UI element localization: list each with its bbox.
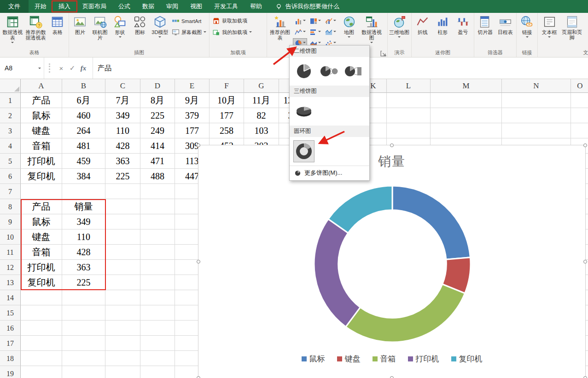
- cell-D14[interactable]: [140, 290, 175, 305]
- cell-D9[interactable]: [140, 214, 175, 229]
- cell-N2[interactable]: [502, 108, 571, 123]
- column-header-A[interactable]: A: [21, 79, 62, 93]
- cell-C7[interactable]: [105, 184, 140, 199]
- menu-option-pie2d[interactable]: [293, 60, 314, 82]
- tab-file[interactable]: 文件: [0, 0, 29, 13]
- ribbon-button-折线[interactable]: 折线: [413, 14, 433, 48]
- cell-A18[interactable]: [21, 351, 62, 366]
- cell-B8[interactable]: 销量: [62, 199, 105, 214]
- cell-C2[interactable]: 349: [105, 108, 140, 123]
- cell-C16[interactable]: [105, 321, 140, 336]
- menu-option-pie3d[interactable]: [293, 100, 314, 122]
- doughnut-segment-复印机[interactable]: [328, 186, 392, 233]
- ribbon-button-获取加载项[interactable]: 获取加载项: [210, 16, 254, 26]
- cell-C3[interactable]: 110: [105, 123, 140, 138]
- cell-C14[interactable]: [105, 290, 140, 305]
- column-header-L[interactable]: L: [387, 79, 431, 93]
- cell-B12[interactable]: 363: [62, 260, 105, 275]
- selection-handle[interactable]: [197, 143, 200, 147]
- ribbon-button-日程表[interactable]: 日程表: [495, 14, 516, 48]
- cell-A13[interactable]: 复印机: [21, 275, 62, 290]
- cell-A10[interactable]: 键盘: [21, 229, 62, 245]
- column-header-O[interactable]: O: [571, 79, 588, 93]
- legend-item-复印机[interactable]: 复印机: [451, 354, 483, 364]
- cell-A15[interactable]: [21, 305, 62, 321]
- ribbon-button-我的加载项[interactable]: 我的加载项: [210, 28, 254, 37]
- cell-B18[interactable]: [62, 351, 105, 366]
- dialog-launcher-icon[interactable]: [380, 50, 386, 56]
- row-header-19[interactable]: 19: [0, 366, 21, 378]
- tab-数据[interactable]: 数据: [136, 0, 160, 13]
- cell-B5[interactable]: 459: [62, 154, 105, 169]
- row-header-2[interactable]: 2: [0, 108, 21, 123]
- chart-title[interactable]: 销量: [198, 153, 585, 170]
- chart-type-button-barchart[interactable]: [308, 27, 322, 37]
- cell-E2[interactable]: 379: [175, 108, 210, 123]
- cell-D17[interactable]: [140, 336, 175, 351]
- cell-E1[interactable]: 9月: [175, 93, 210, 108]
- column-header-E[interactable]: E: [175, 79, 210, 93]
- tab-帮助[interactable]: 帮助: [244, 0, 268, 13]
- tab-开发工具[interactable]: 开发工具: [208, 0, 244, 13]
- tab-插入[interactable]: 插入: [52, 0, 76, 13]
- cell-A4[interactable]: 音箱: [21, 138, 62, 154]
- cell-G2[interactable]: 82: [244, 108, 279, 123]
- row-header-4[interactable]: 4: [0, 138, 21, 154]
- menu-option-barofpie[interactable]: [343, 60, 364, 82]
- cell-B9[interactable]: 349: [62, 214, 105, 229]
- menu-option-pieofpie[interactable]: [318, 60, 339, 82]
- selection-handle[interactable]: [197, 376, 200, 378]
- cell-F2[interactable]: 177: [210, 108, 244, 123]
- ribbon-button-盈亏[interactable]: 盈亏: [453, 14, 473, 48]
- cell-D13[interactable]: [140, 275, 175, 290]
- column-header-C[interactable]: C: [105, 79, 140, 93]
- ribbon-button-推荐的图表[interactable]: 推荐的图表: [268, 14, 292, 48]
- row-header-10[interactable]: 10: [0, 229, 21, 245]
- row-header-14[interactable]: 14: [0, 290, 21, 305]
- ribbon-button-数据透视图[interactable]: 数据透视图: [360, 14, 384, 48]
- tell-me-box[interactable]: 告诉我你想要做什么: [275, 2, 339, 11]
- cancel-icon[interactable]: ×: [56, 64, 67, 72]
- cell-C9[interactable]: [105, 214, 140, 229]
- ribbon-button-推荐的数据透视表[interactable]: ?推荐的数据透视表: [24, 14, 47, 48]
- legend-item-键盘[interactable]: 键盘: [337, 354, 361, 364]
- cell-A3[interactable]: 键盘: [21, 123, 62, 138]
- cell-A5[interactable]: 打印机: [21, 154, 62, 169]
- cell-D1[interactable]: 8月: [140, 93, 175, 108]
- cell-C1[interactable]: 7月: [105, 93, 140, 108]
- cell-D6[interactable]: 488: [140, 169, 175, 184]
- cell-D4[interactable]: 414: [140, 138, 175, 154]
- chart-type-button-linechart[interactable]: [293, 27, 307, 37]
- cell-A8[interactable]: 产品: [21, 199, 62, 214]
- cell-B2[interactable]: 460: [62, 108, 105, 123]
- legend-item-鼠标[interactable]: 鼠标: [302, 354, 325, 364]
- cell-C12[interactable]: [105, 260, 140, 275]
- column-header-M[interactable]: M: [431, 79, 502, 93]
- selection-handle[interactable]: [583, 376, 587, 378]
- cell-C10[interactable]: [105, 229, 140, 245]
- cell-M1[interactable]: [431, 93, 502, 108]
- cell-C17[interactable]: [105, 336, 140, 351]
- select-all-corner[interactable]: [0, 79, 21, 93]
- selection-handle[interactable]: [197, 260, 200, 263]
- cell-A19[interactable]: [21, 366, 62, 378]
- row-header-11[interactable]: 11: [0, 245, 21, 260]
- cell-G1[interactable]: 11月: [244, 93, 279, 108]
- chart-type-button-combo1[interactable]: [323, 16, 338, 26]
- cell-D7[interactable]: [140, 184, 175, 199]
- doughnut-segment-鼠标[interactable]: [392, 186, 470, 259]
- ribbon-button-SmartArt[interactable]: SmartArt: [170, 16, 208, 26]
- cell-D11[interactable]: [140, 245, 175, 260]
- ribbon-button-图标[interactable]: 图标: [130, 14, 150, 48]
- cell-C15[interactable]: [105, 305, 140, 321]
- row-header-13[interactable]: 13: [0, 275, 21, 290]
- column-header-N[interactable]: N: [502, 79, 571, 93]
- menu-item-more-pie-charts[interactable]: 更多饼图(M)...: [290, 166, 369, 180]
- doughnut-segment-音箱[interactable]: [346, 284, 465, 342]
- cell-C11[interactable]: [105, 245, 140, 260]
- tab-开始[interactable]: 开始: [29, 0, 52, 13]
- legend-item-音箱[interactable]: 音箱: [373, 354, 396, 364]
- cell-B11[interactable]: 428: [62, 245, 105, 260]
- column-header-F[interactable]: F: [210, 79, 244, 93]
- selection-handle[interactable]: [390, 376, 394, 378]
